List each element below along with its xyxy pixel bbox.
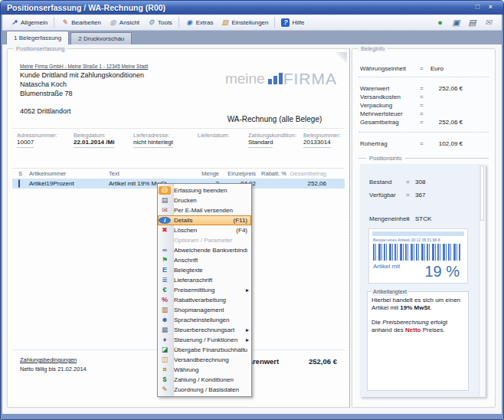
row-label: Verpackung	[360, 102, 420, 109]
menu-item-steuerberechnungsart[interactable]: ▦Steuerberechnungsart	[158, 325, 251, 335]
row-value: 102,09 €	[430, 140, 487, 147]
mail-envelope-icon[interactable]: ✉	[483, 18, 493, 28]
equals-sign: =	[420, 110, 430, 117]
menubar-separator	[54, 17, 54, 28]
menu-item-rabattverarbeitung[interactable]: %Rabattverarbeitung	[158, 295, 251, 305]
discount-icon: %	[159, 296, 171, 304]
menu-hilfe[interactable]: ?Hilfe	[277, 17, 308, 28]
menu-item-uebergabe-finanzbuchhaltung[interactable]: ◪Übergabe Finanzbuchhaltung	[158, 345, 251, 355]
menu-item-zuordnung-basisdaten[interactable]: ✎Zuordnung / Basisdaten	[158, 385, 251, 395]
menubar-separator	[274, 17, 275, 28]
zahlungskondition-value[interactable]: Standard	[248, 139, 273, 148]
table-header-gesamtbetrag: Gesamtbetrag	[286, 170, 326, 177]
document-preview-icon[interactable]: ▣	[451, 18, 461, 28]
tab-druckvorschau[interactable]: 2 Druckvorschau	[70, 32, 132, 44]
scrollbar-thumb[interactable]	[480, 166, 484, 221]
printer-icon[interactable]: ▤	[467, 18, 477, 28]
positionsinfo-header: Positionsinfo	[358, 155, 489, 162]
field-label: Adressnummer:	[17, 132, 57, 139]
longtext-part: Preises.	[421, 326, 445, 333]
image-header-strip	[372, 231, 464, 236]
row-status-icon	[18, 179, 20, 188]
tab-belegerfassung[interactable]: 1 Belegerfassung	[6, 31, 69, 44]
menu-bearbeiten[interactable]: ✎Bearbeiten	[57, 17, 105, 28]
menu-item-waehrung[interactable]: ¤Währung	[158, 365, 251, 375]
belegdatum-value[interactable]: 22.01.2014 /Mi	[74, 139, 114, 148]
longtext-paragraph: Hierbei handelt es sich um einen Artikel…	[371, 297, 464, 312]
menu-item-erfassung-beenden[interactable]: @Erfassung beenden	[158, 185, 251, 195]
menu-item-zahlung-konditionen[interactable]: $Zahlung / Konditionen	[158, 375, 251, 385]
menubar: ↗Allgemein ✎Bearbeiten ◎Ansicht ⚙Tools ◉…	[2, 15, 502, 31]
field-label: Belegnummer:	[303, 132, 341, 139]
row-label: Währungseinheit	[360, 65, 420, 72]
menu-extras[interactable]: ◉Extras	[182, 17, 218, 28]
equals-sign: =	[406, 215, 415, 222]
row-label: Rohertrag	[360, 140, 420, 147]
currency-icon: ¤	[159, 366, 171, 374]
row-label: Mehrwertsteuer	[360, 110, 420, 117]
divider	[12, 128, 345, 129]
menu-item-drucken[interactable]: ▤Drucken	[158, 195, 251, 205]
cell-artikelnummer[interactable]: Artikel19Prozent	[29, 180, 109, 187]
row-label: Mengeneinheit	[369, 215, 406, 222]
close-button[interactable]: ×	[486, 3, 496, 12]
panel-splitter[interactable]	[349, 48, 351, 408]
web-globe-icon[interactable]: ●	[435, 18, 445, 28]
field-adressnummer: Adressnummer: 10007	[17, 132, 66, 146]
zahlungsbedingungen-link[interactable]: Zahlungsbedingungen	[20, 356, 87, 363]
menu-item-belegtexte[interactable]: EBelegtexte	[158, 265, 251, 275]
equals-sign: =	[420, 119, 430, 126]
field-belegdatum: Belegdatum: 22.01.2014 /Mi	[74, 132, 127, 146]
artikellangtext-label: Artikellangtext	[371, 288, 408, 296]
equals-sign: =	[406, 192, 415, 199]
warenwert-value: 252,06 €	[309, 357, 337, 366]
menu-item-preisermittlung[interactable]: €Preisermittlung	[158, 285, 251, 295]
menu-item-anschrift[interactable]: ⚑Anschrift	[158, 255, 251, 265]
menu-einstellungen[interactable]: ▨Einstellungen	[217, 17, 272, 28]
print-icon: ▤	[159, 196, 171, 205]
menu-allgemein[interactable]: ↗Allgemein	[6, 17, 51, 28]
field-label: Lieferdatum:	[198, 132, 230, 139]
allgemein-icon: ↗	[10, 18, 18, 27]
lieferadresse-value[interactable]: nicht hinterlegt	[133, 139, 173, 148]
menu-item-per-email-versenden[interactable]: ✉Per E-Mail versenden	[158, 205, 251, 215]
menu-item-details[interactable]: iDetails(F11)	[158, 215, 251, 225]
menu-tools[interactable]: ⚙Tools	[143, 17, 176, 28]
scrollbar[interactable]	[479, 165, 485, 396]
cell-gesamtbetrag[interactable]: 252,06	[286, 180, 326, 187]
equals-sign: =	[420, 94, 430, 100]
page-curl-decoration	[335, 52, 347, 64]
menu-ansicht[interactable]: ◎Ansicht	[105, 17, 143, 28]
menu-item-spracheinstellungen[interactable]: ☻Spracheinstellungen	[158, 315, 251, 325]
belegnummer-value[interactable]: 20133014	[303, 139, 331, 148]
restore-button[interactable]: □	[473, 3, 483, 12]
menu-label: Tools	[158, 19, 172, 26]
menu-item-loeschen[interactable]: ✖Löschen(F4)	[158, 225, 251, 235]
beleginfo-panel: Beleginfo Währungseinheit = Euro Warenwe…	[352, 48, 496, 408]
shortcut: (F4)	[236, 227, 247, 234]
shortcut: (F11)	[233, 217, 247, 224]
row-value: STCK	[415, 215, 469, 222]
zahlungsbedingungen-text: Netto fällig bis 21.02.2014	[20, 366, 87, 372]
edit-icon: ✎	[61, 18, 69, 27]
equals-sign: =	[420, 85, 430, 92]
menu-item-optionen-parameter: Optionen / Parameter	[158, 235, 251, 245]
barcode-caption: Beispiel eines Artikels 00:12:36:31:98-8	[373, 238, 464, 242]
positionserfassung-group-label: Positionserfassung	[14, 45, 67, 52]
menu-item-shopmanagement[interactable]: ▥Shopmanagement	[158, 305, 251, 315]
adressnummer-value[interactable]: 10007	[17, 139, 34, 148]
divider	[358, 77, 489, 77]
positionsinfo-row-verfuegbar: Verfügbar = 367	[369, 191, 469, 199]
menu-item-steuerung-funktionen[interactable]: ♦Steuerung / Funktionen	[158, 335, 251, 345]
context-menu: @Erfassung beenden ▤Drucken ✉Per E-Mail …	[157, 183, 252, 397]
row-value: 367	[415, 192, 469, 199]
longtext-part: Die	[371, 319, 382, 326]
extras-icon: ◉	[185, 18, 194, 27]
menu-item-lieferanschrift[interactable]: ≣Lieferanschrift	[158, 275, 251, 285]
menu-item-abweichende-bankverbindung[interactable]: ∞Abweichende Bankverbindung	[158, 245, 251, 255]
beleginfo-row-warenwert: Warenwert = 252,06 €	[360, 84, 487, 92]
mail-icon: ✉	[159, 206, 171, 215]
menu-item-versandberechnung[interactable]: ◫Versandberechnung	[158, 355, 251, 365]
field-lieferadresse: Lieferadresse: nicht hinterlegt	[133, 132, 191, 146]
beleginfo-row-rohertrag: Rohertrag = 102,09 €	[360, 139, 487, 147]
